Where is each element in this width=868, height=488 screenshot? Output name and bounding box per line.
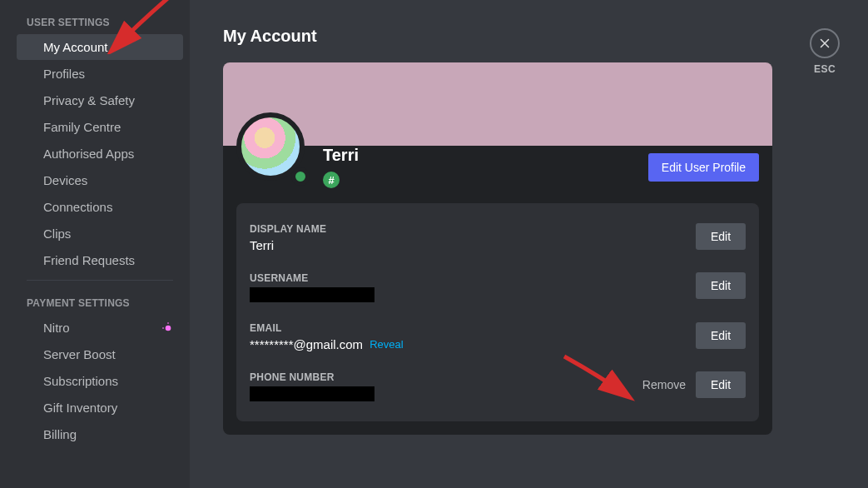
reveal-email-link[interactable]: Reveal: [370, 338, 403, 351]
sidebar-item-label: My Account: [43, 40, 108, 54]
sidebar-item-family-centre[interactable]: Family Centre: [17, 114, 183, 140]
svg-point-0: [166, 325, 171, 331]
sidebar-item-connections[interactable]: Connections: [17, 194, 183, 220]
field-label: PHONE NUMBER: [250, 371, 642, 383]
sidebar-item-label: Subscriptions: [43, 374, 118, 388]
close-button[interactable]: ESC: [810, 28, 840, 75]
edit-username-button[interactable]: Edit: [696, 272, 746, 299]
sidebar-item-authorised-apps[interactable]: Authorised Apps: [17, 141, 183, 167]
sidebar-item-devices[interactable]: Devices: [17, 167, 183, 193]
online-status-icon: [291, 167, 310, 186]
sidebar-item-label: Billing: [43, 427, 77, 441]
field-username: USERNAME Edit: [250, 266, 746, 309]
edit-display-name-button[interactable]: Edit: [696, 223, 746, 250]
sidebar-item-label: Gift Inventory: [43, 401, 117, 415]
sidebar-item-label: Profiles: [43, 67, 85, 81]
sidebar-header-payment-settings: PAYMENT SETTINGS: [0, 281, 190, 314]
hash-badge-icon: #: [323, 172, 340, 188]
sidebar-item-label: Clips: [43, 227, 71, 241]
sidebar-item-label: Privacy & Safety: [43, 93, 135, 107]
sidebar-item-privacy-safety[interactable]: Privacy & Safety: [17, 87, 183, 113]
redacted-phone: [250, 386, 374, 401]
sidebar-item-profiles[interactable]: Profiles: [17, 61, 183, 87]
sidebar-item-server-boost[interactable]: Server Boost: [17, 341, 183, 367]
sidebar-item-label: Nitro: [43, 321, 70, 335]
sidebar-item-label: Connections: [43, 200, 112, 214]
redacted-username: [250, 287, 374, 302]
profile-header: Terri # Edit User Profile: [223, 146, 772, 197]
edit-phone-button[interactable]: Edit: [696, 371, 746, 398]
sidebar-item-label: Server Boost: [43, 347, 116, 361]
field-label: USERNAME: [250, 272, 696, 284]
profile-info: Terri #: [323, 146, 648, 188]
field-email: EMAIL *********@gmail.com Reveal Edit: [250, 316, 746, 358]
field-label: EMAIL: [250, 322, 696, 334]
sidebar-item-friend-requests[interactable]: Friend Requests: [17, 247, 183, 273]
settings-sidebar: USER SETTINGS My Account Profiles Privac…: [0, 0, 190, 488]
sidebar-item-billing[interactable]: Billing: [17, 421, 183, 447]
email-value: *********@gmail.com: [250, 337, 363, 351]
sidebar-header-user-settings: USER SETTINGS: [0, 0, 190, 33]
field-value: Terri: [250, 238, 696, 252]
sidebar-item-nitro[interactable]: Nitro: [17, 315, 183, 341]
account-details: DISPLAY NAME Terri Edit USERNAME Edit: [236, 203, 759, 421]
close-icon: [810, 28, 840, 58]
sidebar-item-my-account[interactable]: My Account: [17, 34, 183, 60]
nitro-icon: [161, 321, 175, 335]
sidebar-item-subscriptions[interactable]: Subscriptions: [17, 368, 183, 394]
sidebar-item-label: Friend Requests: [43, 253, 135, 267]
avatar-wrapper: [236, 112, 310, 186]
sidebar-item-clips[interactable]: Clips: [17, 221, 183, 246]
edit-user-profile-button[interactable]: Edit User Profile: [648, 153, 759, 182]
page-title: My Account: [223, 27, 835, 46]
sidebar-item-label: Devices: [43, 173, 87, 187]
edit-email-button[interactable]: Edit: [696, 322, 746, 349]
profile-display-name: Terri: [323, 146, 648, 165]
remove-phone-link[interactable]: Remove: [642, 378, 686, 391]
close-label: ESC: [814, 63, 836, 75]
profile-card: Terri # Edit User Profile DISPLAY NAME T…: [223, 62, 772, 435]
sidebar-item-label: Family Centre: [43, 120, 121, 134]
field-label: DISPLAY NAME: [250, 223, 696, 235]
main-content: ESC My Account Terri # Edit User Profile…: [190, 0, 868, 488]
sidebar-item-gift-inventory[interactable]: Gift Inventory: [17, 395, 183, 421]
sidebar-item-label: Authorised Apps: [43, 147, 134, 161]
field-display-name: DISPLAY NAME Terri Edit: [250, 217, 746, 259]
field-phone: PHONE NUMBER Remove Edit: [250, 365, 746, 408]
